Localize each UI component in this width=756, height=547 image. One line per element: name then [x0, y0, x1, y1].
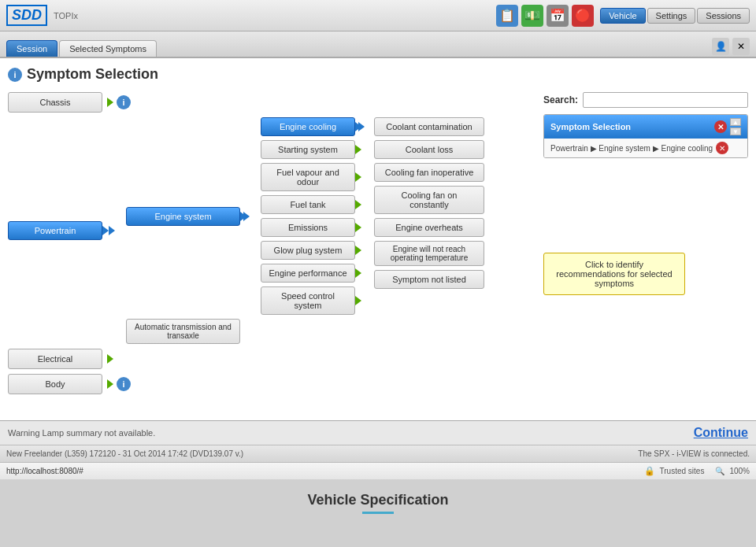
warning-area: Warning Lamp summary not available. — [8, 427, 694, 438]
alert-icon[interactable]: 🔴 — [572, 5, 594, 27]
warning-text: Warning Lamp summary not available. — [8, 428, 155, 438]
scroll-btns: ▲ ▼ — [730, 118, 741, 135]
starting-system-row: Starting system — [261, 140, 365, 159]
fuel-tank-btn[interactable]: Fuel tank — [261, 195, 355, 214]
spx-status: The SPX - i-VIEW is connected. — [638, 449, 750, 458]
scroll-up-btn[interactable]: ▲ — [730, 118, 741, 126]
caption-text: Vehicle Specification — [307, 492, 448, 508]
scroll-down-btn[interactable]: ▼ — [730, 128, 741, 135]
emissions-row: Emissions — [261, 218, 365, 237]
engine-perf-row: Engine performance — [261, 264, 365, 283]
url-text: http://localhost:8080/# — [6, 467, 83, 475]
statusbar-right: The SPX - i-VIEW is connected. — [638, 449, 750, 458]
selected-symptoms-tab[interactable]: Selected Symptoms — [59, 40, 157, 57]
title-info-icon[interactable]: i — [8, 68, 22, 82]
engine-cooling-item-row: Engine cooling — [261, 117, 365, 136]
speed-control-btn[interactable]: Speed control system — [261, 286, 355, 315]
fuel-vapour-btn[interactable]: Fuel vapour and odour — [261, 163, 355, 191]
cooling-fan-const-btn[interactable]: Cooling fan on constantly — [374, 186, 484, 214]
sessions-nav-btn[interactable]: Sessions — [697, 8, 750, 24]
search-result-header: Symptom Selection ✕ ▲ ▼ — [544, 115, 747, 139]
top-icon-group: 📋 💵 📅 🔴 — [496, 5, 594, 27]
settings-nav-btn[interactable]: Settings — [647, 8, 696, 24]
chassis-info-icon[interactable]: i — [117, 95, 131, 109]
powertrain-arrow — [109, 226, 115, 235]
top-nav: Vehicle Settings Sessions — [600, 8, 750, 24]
tooltip-box: Click to identify recommendations for se… — [543, 253, 685, 295]
vehicle-nav-btn[interactable]: Vehicle — [600, 8, 645, 24]
search-result-body: Powertrain ▶ Engine system ▶ Engine cool… — [544, 139, 747, 157]
cat-row-powertrain: Powertrain Engine system Engine cooling — [8, 117, 536, 344]
statusbar: New Freelander (L359) 172120 - 31 Oct 20… — [0, 445, 756, 462]
left-col: Chassis i Powertrain Engine system — [8, 92, 536, 399]
cat-row-electrical: Electrical — [8, 349, 536, 369]
tabbar: Session Selected Symptoms 👤 ✕ — [0, 31, 756, 58]
search-result-title: Symptom Selection — [550, 122, 631, 131]
clipboard-icon[interactable]: 📋 — [496, 5, 518, 27]
tab-icon-x[interactable]: ✕ — [732, 38, 750, 55]
session-tab[interactable]: Session — [6, 40, 57, 57]
zoom-icon: 🔍 — [715, 467, 724, 475]
body-info-icon[interactable]: i — [117, 377, 131, 391]
engine-cooling-btn[interactable]: Engine cooling — [261, 117, 355, 136]
chassis-arrow — [107, 98, 113, 107]
fuel-tank-row: Fuel tank — [261, 195, 365, 214]
engine-overheats-btn[interactable]: Engine overheats — [374, 218, 484, 237]
cooling-col: Engine cooling Starting system Fuel vapo… — [261, 117, 365, 315]
trusted-sites: Trusted sites — [660, 467, 705, 475]
emissions-btn[interactable]: Emissions — [261, 218, 355, 237]
bottom-area: Warning Lamp summary not available. Cont… — [0, 420, 756, 445]
zoom-level: 100% — [729, 467, 750, 475]
tab-icons: 👤 ✕ — [712, 38, 750, 57]
search-breadcrumb: Powertrain ▶ Engine system ▶ Engine cool… — [550, 144, 713, 153]
search-header-controls: ✕ ▲ ▼ — [714, 118, 741, 135]
tooltip-text: Click to identify recommendations for se… — [556, 260, 672, 288]
search-result-box: Symptom Selection ✕ ▲ ▼ Powertrain ▶ Eng… — [543, 114, 748, 158]
glow-plug-row: Glow plug system — [261, 241, 365, 260]
search-label: Search: — [543, 94, 578, 105]
engine-system-btn[interactable]: Engine system — [126, 207, 240, 226]
topbar: SDD TOPIx 📋 💵 📅 🔴 Vehicle Settings Sessi… — [0, 0, 756, 31]
cat-row-chassis: Chassis i — [8, 92, 536, 113]
continue-btn[interactable]: Continue — [694, 426, 748, 440]
electrical-btn[interactable]: Electrical — [8, 349, 102, 369]
powertrain-btn[interactable]: Powertrain — [8, 221, 102, 240]
page-caption: Vehicle Specification — [0, 479, 756, 520]
chassis-btn[interactable]: Chassis — [8, 92, 102, 113]
vehicle-info: New Freelander (L359) 172120 - 31 Oct 20… — [6, 449, 243, 458]
sdd-logo: SDD — [6, 5, 47, 26]
search-panel: Search: Symptom Selection ✕ ▲ ▼ Powertra… — [543, 92, 748, 399]
content-area: Chassis i Powertrain Engine system — [8, 92, 748, 399]
money-icon[interactable]: 💵 — [521, 5, 543, 27]
search-input[interactable] — [583, 92, 748, 108]
electrical-arrow — [107, 354, 113, 364]
caption-underline — [362, 512, 394, 514]
symptoms-col: Coolant contamination Coolant loss Cooli… — [374, 117, 484, 289]
statusbar-left: New Freelander (L359) 172120 - 31 Oct 20… — [6, 449, 243, 458]
fuel-vapour-row: Fuel vapour and odour — [261, 163, 365, 191]
search-breadcrumb-clear-btn[interactable]: ✕ — [716, 142, 728, 154]
symptom-not-listed-btn[interactable]: Symptom not listed — [374, 270, 484, 289]
glow-plug-btn[interactable]: Glow plug system — [261, 241, 355, 260]
cat-row-body: Body i — [8, 374, 536, 394]
page-title: Symptom Selection — [27, 66, 158, 83]
body-btn[interactable]: Body — [8, 374, 102, 394]
engine-perf-btn[interactable]: Engine performance — [261, 264, 355, 283]
speed-control-row: Speed control system — [261, 286, 365, 315]
tab-icon-user[interactable]: 👤 — [712, 38, 729, 55]
engine-no-reach-btn[interactable]: Engine will not reach operating temperat… — [374, 241, 484, 266]
auto-trans-btn[interactable]: Automatic transmission and transaxle — [126, 319, 240, 344]
body-arrow — [107, 379, 113, 389]
cooling-fan-inop-btn[interactable]: Cooling fan inoperative — [374, 163, 484, 182]
search-clear-btn[interactable]: ✕ — [714, 120, 727, 133]
auto-trans-row: Automatic transmission and transaxle — [126, 319, 484, 344]
engine-system-row: Engine system Engine cooling — [126, 117, 484, 315]
browserbar: http://localhost:8080/# 🔒 Trusted sites … — [0, 462, 756, 479]
topix-label: TOPIx — [54, 11, 78, 20]
main-area: i Symptom Selection Chassis i Powertrain… — [0, 58, 756, 420]
coolant-contamination-btn[interactable]: Coolant contamination — [374, 117, 484, 136]
starting-system-btn[interactable]: Starting system — [261, 140, 355, 159]
calendar-icon[interactable]: 📅 — [547, 5, 569, 27]
coolant-loss-btn[interactable]: Coolant loss — [374, 140, 484, 159]
lock-icon: 🔒 — [644, 466, 655, 476]
